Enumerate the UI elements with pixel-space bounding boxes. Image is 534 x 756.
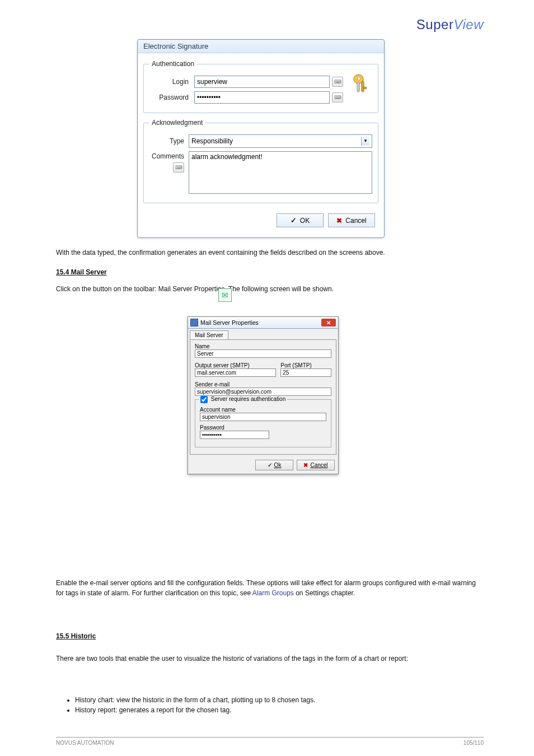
- name-label: Name: [195, 343, 331, 349]
- section-heading: 15.5 Historic: [56, 631, 484, 641]
- keyboard-icon[interactable]: ⌨: [173, 162, 184, 172]
- login-input[interactable]: [194, 76, 330, 88]
- comments-textarea[interactable]: alarm acknowledgment!: [189, 151, 372, 194]
- sender-input[interactable]: [195, 388, 331, 396]
- list-item: History chart: view the historic in the …: [75, 695, 484, 705]
- ok-button[interactable]: ✓ Ok: [255, 460, 293, 470]
- paragraph: Enable the e-mail server options and fil…: [56, 578, 484, 598]
- port-label: Port (SMTP): [280, 362, 331, 368]
- keyboard-icon[interactable]: ⌨: [332, 92, 343, 102]
- account-label: Account name: [200, 407, 326, 413]
- auth-required-checkbox[interactable]: [200, 396, 208, 403]
- acknowledgment-group: Acknowledgment Type Responsibility ▼ Com…: [143, 119, 378, 203]
- type-select-value: Responsibility: [191, 137, 233, 145]
- svg-rect-3: [363, 87, 366, 89]
- smtp-label: Output server (SMTP): [195, 362, 276, 368]
- paragraph: There are two tools that enable the user…: [56, 654, 484, 664]
- paragraph: With the data typed, the confirmation ge…: [56, 248, 484, 258]
- password-label: Password: [149, 94, 194, 101]
- brand-logo: SuperView: [416, 17, 484, 32]
- cancel-button[interactable]: ✖ Cancel: [328, 213, 375, 227]
- close-icon: ✖: [303, 462, 308, 468]
- check-icon: ✓: [268, 462, 272, 468]
- paragraph: Click on the button on the toolbar: Mail…: [56, 284, 484, 294]
- smtp-input[interactable]: [195, 368, 276, 377]
- svg-rect-4: [357, 82, 359, 92]
- dialog-title: Mail Server Properties: [200, 319, 259, 326]
- auth-required-label: Server requires authentication: [211, 396, 285, 402]
- list-item: History report: generates a report for t…: [75, 705, 484, 715]
- type-select[interactable]: Responsibility ▼: [189, 134, 372, 148]
- type-label: Type: [149, 137, 189, 145]
- footer-right: 105/110: [463, 740, 484, 746]
- electronic-signature-dialog: Electronic Signature Authentication Logi…: [137, 39, 385, 238]
- account-password-input[interactable]: [200, 431, 269, 439]
- sender-label: Sender e-mail: [195, 381, 331, 388]
- login-label: Login: [149, 78, 194, 86]
- dialog-title: Electronic Signature: [138, 40, 384, 53]
- app-icon: [190, 319, 198, 326]
- acknowledgment-legend: Acknowledgment: [149, 119, 205, 127]
- section-heading: 15.4 Mail Server: [56, 267, 484, 277]
- cancel-button[interactable]: ✖ Cancel: [297, 460, 335, 470]
- password-input[interactable]: [194, 91, 330, 104]
- mail-server-toolbar-icon[interactable]: ✉: [218, 288, 232, 302]
- svg-point-1: [358, 77, 361, 81]
- comments-label: Comments: [152, 152, 184, 160]
- keys-icon: [349, 72, 372, 96]
- svg-rect-2: [362, 81, 364, 92]
- password-label: Password: [200, 424, 326, 431]
- authentication-group: Authentication Login ⌨ Password ⌨: [143, 60, 378, 113]
- mail-server-properties-dialog: Mail Server Properties ✕ Mail Server Nam…: [188, 316, 339, 474]
- close-button[interactable]: ✕: [321, 319, 336, 326]
- chevron-down-icon: ▼: [361, 137, 369, 146]
- account-input[interactable]: [200, 413, 326, 421]
- close-icon: ✖: [336, 217, 342, 225]
- authentication-legend: Authentication: [149, 60, 196, 68]
- keyboard-icon[interactable]: ⌨: [332, 77, 343, 87]
- check-icon: ✓: [291, 216, 297, 225]
- ok-button[interactable]: ✓ OK: [277, 213, 324, 227]
- footer-left: NOVUS AUTOMATION: [56, 740, 114, 746]
- tab-mail-server[interactable]: Mail Server: [190, 330, 228, 339]
- name-input[interactable]: [195, 349, 331, 358]
- port-input[interactable]: [280, 368, 331, 377]
